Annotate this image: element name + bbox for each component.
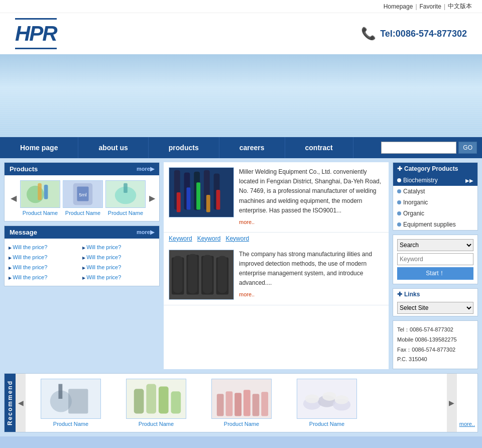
homepage-link[interactable]: Homepage bbox=[384, 3, 413, 10]
footer bbox=[0, 436, 482, 448]
nav-careers[interactable]: careers bbox=[219, 137, 285, 158]
recommend-thumb-1 bbox=[41, 379, 101, 419]
links-select-area: Select Site bbox=[393, 300, 477, 316]
svg-rect-37 bbox=[146, 384, 156, 414]
category-equipment[interactable]: Equipment supplies bbox=[393, 219, 477, 230]
phone-number: Tel:0086-574-877302 bbox=[380, 29, 467, 39]
keyword-2[interactable]: Keyword bbox=[197, 235, 221, 242]
category-biochemistry[interactable]: Biochemistry ▶▶ bbox=[393, 175, 477, 186]
contact-pc: P.C. 315040 bbox=[397, 355, 473, 365]
svg-rect-38 bbox=[159, 387, 169, 414]
message-item-6[interactable]: Will the price? bbox=[82, 263, 155, 272]
keyword-3[interactable]: Keyword bbox=[225, 235, 249, 242]
message-more[interactable]: more▶ bbox=[137, 229, 154, 236]
recommend-more[interactable]: more.. bbox=[457, 374, 477, 432]
product-item-3: Product Name bbox=[105, 180, 146, 216]
cat-label-1: Biochemistry bbox=[403, 177, 438, 184]
links-box: ✚ Links Select Site bbox=[393, 288, 478, 316]
message-header: Message more▶ bbox=[5, 226, 159, 239]
cat-label-5: Equipment supplies bbox=[403, 221, 456, 228]
recommend-name-2[interactable]: Product Name bbox=[116, 421, 196, 427]
message-box: Message more▶ Will the price? Will the p… bbox=[4, 226, 160, 286]
svg-rect-33 bbox=[68, 389, 88, 414]
svg-text:5ml: 5ml bbox=[79, 192, 87, 197]
svg-point-52 bbox=[322, 392, 336, 401]
category-inorganic[interactable]: Inorganic bbox=[393, 197, 477, 208]
cat-label-3: Inorganic bbox=[403, 199, 428, 206]
message-item-5[interactable]: Will the price? bbox=[9, 263, 81, 272]
article-2-more[interactable]: more.. bbox=[239, 290, 384, 299]
products-prev-arrow[interactable]: ◀ bbox=[10, 193, 18, 203]
nav-contract[interactable]: contract bbox=[285, 137, 353, 158]
message-item-3[interactable]: Will the price? bbox=[9, 253, 81, 262]
cat-dot-5 bbox=[397, 222, 401, 227]
category-organic[interactable]: Organic bbox=[393, 208, 477, 219]
article-1-more[interactable]: more.. bbox=[239, 218, 384, 227]
svg-rect-13 bbox=[177, 192, 181, 212]
recommend-name-3[interactable]: Product Name bbox=[201, 421, 282, 427]
product-name-2[interactable]: Product Name bbox=[63, 210, 103, 216]
search-keyword-input[interactable] bbox=[397, 253, 473, 265]
search-type-select[interactable]: Search bbox=[397, 239, 473, 251]
svg-rect-41 bbox=[217, 394, 224, 416]
svg-rect-24 bbox=[173, 256, 183, 293]
article-2: The company has strong manufacturing ili… bbox=[164, 245, 389, 305]
message-item-7[interactable]: Will the price? bbox=[9, 273, 81, 282]
contact-tel: Tel：0086-574-877302 bbox=[397, 325, 473, 335]
category-catalyst[interactable]: Catalyst bbox=[393, 186, 477, 197]
message-item-4[interactable]: Will the price? bbox=[82, 253, 155, 262]
recommend-thumb-3 bbox=[211, 379, 272, 419]
article-1-keywords: Keyword Keyword Keyword bbox=[164, 233, 389, 245]
product-thumb-2: 5ml bbox=[63, 180, 103, 208]
message-item-2[interactable]: Will the price? bbox=[82, 243, 155, 252]
svg-rect-19 bbox=[206, 195, 210, 212]
message-grid: Will the price? Will the price? Will the… bbox=[5, 239, 159, 286]
recommend-name-4[interactable]: Product Name bbox=[287, 421, 367, 427]
recommend-name-1[interactable]: Product Name bbox=[31, 421, 111, 427]
recommend-next[interactable]: ▶ bbox=[447, 374, 457, 432]
contact-fax: Fax：0086-574-877302 bbox=[397, 345, 473, 355]
products-grid: ◀ Product Name bbox=[5, 175, 159, 221]
article-img-2 bbox=[169, 250, 234, 300]
svg-rect-43 bbox=[234, 393, 242, 416]
nav-products[interactable]: products bbox=[149, 137, 219, 158]
nav-search-input[interactable] bbox=[381, 142, 456, 154]
recommend-prev[interactable]: ◀ bbox=[16, 374, 26, 432]
products-next-arrow[interactable]: ▶ bbox=[148, 193, 156, 203]
svg-rect-10 bbox=[124, 183, 128, 193]
message-item-1[interactable]: Will the price? bbox=[9, 243, 81, 252]
article-text-2: The company has strong manufacturing ili… bbox=[239, 250, 384, 300]
links-header: ✚ Links bbox=[393, 289, 477, 300]
nav-home[interactable]: Home page bbox=[0, 137, 78, 158]
svg-rect-45 bbox=[253, 394, 260, 416]
category-header: ✚ Category Products bbox=[393, 163, 477, 175]
recommend-thumb-4 bbox=[297, 379, 357, 419]
message-item-8[interactable]: Will the price? bbox=[82, 273, 155, 282]
cat-dot-4 bbox=[397, 211, 401, 215]
product-name-1[interactable]: Product Name bbox=[20, 210, 60, 216]
message-title: Message bbox=[10, 229, 37, 236]
svg-rect-3 bbox=[44, 185, 48, 199]
nav-search-area: GO bbox=[381, 142, 482, 154]
svg-rect-28 bbox=[203, 255, 212, 293]
nav-about[interactable]: about us bbox=[78, 137, 148, 158]
svg-rect-36 bbox=[134, 389, 144, 414]
search-widget: Search Start！ bbox=[393, 235, 478, 284]
article-img-1 bbox=[169, 167, 234, 217]
chinese-link[interactable]: 中文版本 bbox=[448, 2, 472, 11]
recommend-item-1: Product Name bbox=[31, 379, 111, 427]
site-select[interactable]: Select Site bbox=[397, 302, 473, 314]
products-box: Products more▶ ◀ Product Name bbox=[4, 162, 160, 221]
favorite-link[interactable]: Favorite bbox=[420, 3, 441, 10]
svg-rect-17 bbox=[196, 182, 200, 209]
search-start-button[interactable]: Start！ bbox=[397, 267, 473, 280]
links-title: Links bbox=[404, 291, 420, 298]
product-name-3[interactable]: Product Name bbox=[105, 210, 146, 216]
site-logo: HPR bbox=[15, 18, 57, 49]
cat-label-4: Organic bbox=[403, 210, 424, 217]
svg-rect-44 bbox=[244, 390, 251, 416]
product-item-1: Product Name bbox=[20, 180, 60, 216]
keyword-1[interactable]: Keyword bbox=[169, 235, 192, 242]
products-more[interactable]: more▶ bbox=[137, 166, 154, 172]
nav-go-button[interactable]: GO bbox=[458, 142, 477, 154]
